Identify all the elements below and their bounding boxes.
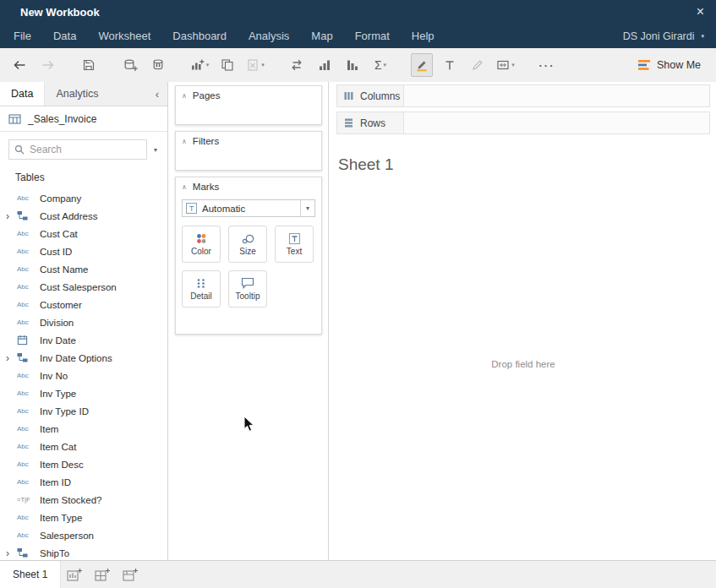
new-story-tab-button[interactable]	[117, 561, 145, 588]
search-options-caret[interactable]: ▾	[147, 146, 164, 154]
tooltip-button[interactable]: Tooltip	[228, 270, 267, 308]
columns-drop-zone[interactable]	[404, 84, 710, 107]
mark-type-dropdown[interactable]: T Automatic ▾	[182, 199, 315, 217]
new-datasource-button[interactable]	[119, 53, 141, 77]
field-inv-no[interactable]: AbcInv No	[0, 367, 167, 384]
mark-labels-button[interactable]	[439, 53, 461, 77]
fit-selector-button[interactable]: ▾	[495, 53, 517, 77]
search-input[interactable]	[30, 144, 141, 155]
size-icon	[241, 232, 254, 245]
field-item[interactable]: AbcItem	[0, 420, 167, 438]
account-menu[interactable]: DS Joni Girardi ▾	[623, 30, 704, 42]
tab-analytics[interactable]: Analytics	[45, 82, 109, 106]
expander-icon[interactable]: ›	[6, 349, 9, 367]
field-cust-name[interactable]: AbcCust Name	[0, 260, 167, 278]
field-company[interactable]: AbcCompany	[0, 189, 167, 207]
columns-icon	[343, 90, 354, 101]
worksheet-canvas[interactable]: Drop field here	[336, 174, 710, 560]
search-icon	[14, 144, 25, 155]
save-button[interactable]	[78, 53, 100, 77]
sigma-icon: Σ	[374, 58, 382, 72]
field-inv-date[interactable]: Inv Date	[0, 331, 167, 349]
size-button[interactable]: Size	[228, 226, 267, 263]
totals-button[interactable]: Σ▾	[369, 53, 391, 77]
clear-sheet-button[interactable]: ▾	[244, 53, 266, 77]
field-inv-type[interactable]: AbcInv Type	[0, 384, 167, 402]
collapse-icon[interactable]: ∧	[182, 183, 187, 191]
field-cust-id[interactable]: AbcCust ID	[0, 242, 167, 260]
data-source-row[interactable]: _Sales_Invoice	[0, 106, 167, 132]
string-field-icon: Abc	[17, 230, 40, 237]
more-tools-button[interactable]: ···	[536, 53, 558, 77]
highlight-button[interactable]	[411, 53, 433, 77]
detail-button[interactable]: Detail	[182, 270, 221, 308]
expander-icon[interactable]: ›	[6, 544, 9, 560]
window-title: New Workbook	[20, 6, 100, 19]
filters-card[interactable]: ∧Filters	[175, 131, 322, 171]
field-item-id[interactable]: AbcItem ID	[0, 473, 167, 491]
caret-down-icon[interactable]: ▾	[300, 200, 314, 216]
sort-ascending-button[interactable]	[314, 53, 336, 77]
new-worksheet-button[interactable]: ▾	[189, 53, 210, 77]
close-icon[interactable]: ×	[697, 5, 704, 19]
swap-axes-button[interactable]	[286, 53, 308, 77]
back-button[interactable]	[8, 53, 30, 77]
field-cust-cat[interactable]: AbcCust Cat	[0, 225, 167, 242]
menu-help[interactable]: Help	[412, 30, 435, 42]
collapse-panel-icon[interactable]: ‹	[147, 82, 167, 106]
menu-data[interactable]: Data	[53, 30, 76, 42]
expander-icon[interactable]: ›	[6, 207, 9, 225]
menu-worksheet[interactable]: Worksheet	[98, 30, 150, 42]
menu-format[interactable]: Format	[355, 30, 390, 42]
field-item-desc[interactable]: AbcItem Desc	[0, 455, 167, 473]
detail-icon	[195, 277, 207, 290]
filters-label: Filters	[193, 136, 219, 146]
field-item-stocked[interactable]: =T|FItem Stocked?	[0, 491, 167, 509]
pages-card[interactable]: ∧Pages	[175, 85, 322, 125]
rows-shelf[interactable]: Rows	[336, 112, 710, 134]
sort-descending-button[interactable]	[342, 53, 363, 77]
menu-dashboard[interactable]: Dashboard	[172, 30, 227, 42]
forward-button[interactable]	[36, 53, 58, 77]
color-button[interactable]: Color	[182, 226, 221, 263]
collapse-icon[interactable]: ∧	[182, 138, 187, 145]
marks-card: ∧Marks T Automatic ▾ Color Size	[175, 177, 322, 335]
show-me-button[interactable]: Show Me	[631, 55, 708, 75]
string-field-icon: Abc	[17, 318, 40, 326]
caret-down-icon: ▾	[701, 33, 704, 40]
menu-bar: File Data Worksheet Dashboard Analysis M…	[0, 24, 716, 48]
field-customer[interactable]: AbcCustomer	[0, 296, 167, 313]
sheet-tab[interactable]: Sheet 1	[0, 561, 61, 588]
columns-shelf[interactable]: Columns	[336, 84, 710, 107]
field-cust-address[interactable]: ›Cust Address	[0, 207, 167, 225]
field-division[interactable]: AbcDivision	[0, 313, 167, 331]
new-dashboard-tab-button[interactable]	[89, 561, 117, 588]
format-button[interactable]	[467, 53, 489, 77]
menu-map[interactable]: Map	[311, 30, 332, 42]
text-button[interactable]: Text	[275, 226, 314, 263]
duplicate-button[interactable]	[216, 53, 238, 77]
tab-data[interactable]: Data	[0, 82, 45, 106]
string-field-icon: Abc	[17, 460, 40, 468]
marks-buttons: Color Size Text Detail	[182, 226, 315, 308]
rows-drop-zone[interactable]	[404, 112, 710, 134]
field-item-type[interactable]: AbcItem Type	[0, 509, 167, 526]
field-salesperson[interactable]: AbcSalesperson	[0, 526, 167, 544]
collapse-icon[interactable]: ∧	[182, 92, 187, 100]
field-inv-type-id[interactable]: AbcInv Type ID	[0, 402, 167, 420]
menu-file[interactable]: File	[14, 30, 31, 42]
new-worksheet-tab-button[interactable]	[61, 561, 89, 588]
string-field-icon: Abc	[17, 265, 40, 273]
menu-analysis[interactable]: Analysis	[249, 30, 289, 42]
string-field-icon: Abc	[17, 372, 40, 379]
pause-updates-button[interactable]	[147, 53, 169, 77]
field-item-cat[interactable]: AbcItem Cat	[0, 438, 167, 455]
columns-shelf-label: Columns	[336, 84, 404, 107]
caret-down-icon: ▾	[261, 62, 265, 68]
field-shipto[interactable]: ›ShipTo	[0, 544, 167, 560]
field-cust-salesperson[interactable]: AbcCust Salesperson	[0, 278, 167, 296]
show-me-icon	[637, 59, 651, 71]
field-inv-date-options[interactable]: ›Inv Date Options	[0, 349, 167, 367]
hierarchy-field-icon	[17, 548, 40, 558]
marks-label: Marks	[193, 182, 219, 192]
